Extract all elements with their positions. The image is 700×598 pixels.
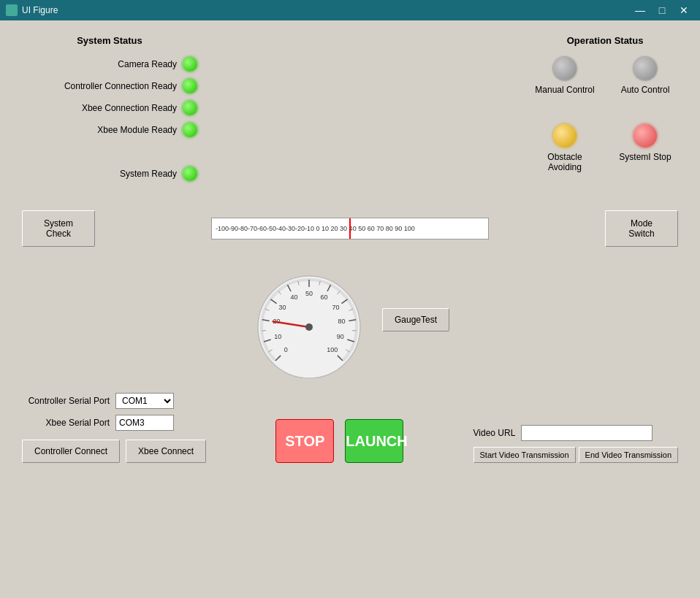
operation-status-panel: Operation Status Manual Control Auto Con…: [532, 35, 678, 188]
video-url-input[interactable]: [521, 425, 653, 441]
controller-connection-label: Controller Connection Ready: [64, 81, 177, 91]
obstacle-avoiding-led: [553, 124, 577, 147]
status-row-controller: Controller Connection Ready: [22, 79, 197, 93]
top-section: System Status Camera Ready Controller Co…: [22, 35, 678, 188]
main-content: System Status Camera Ready Controller Co…: [0, 20, 700, 598]
system-stop-label: SystemI Stop: [619, 152, 671, 162]
system-stop-item: SystemI Stop: [619, 124, 671, 172]
xbee-connection-led: [183, 101, 197, 115]
xbee-port-row: Xbee Serial Port: [22, 415, 206, 431]
gauge-canvas: [251, 261, 368, 378]
controller-connect-button[interactable]: Controller Connect: [22, 440, 120, 463]
manual-control-item: Manual Control: [535, 57, 594, 95]
gauge-test-button[interactable]: GaugeTest: [382, 308, 449, 331]
titlebar: UI Figure — □ ✕: [0, 0, 700, 20]
system-status-panel: System Status Camera Ready Controller Co…: [22, 35, 197, 188]
manual-control-led: [553, 57, 577, 80]
maximize-button[interactable]: □: [652, 0, 672, 20]
status-row-camera: Camera Ready: [22, 57, 197, 72]
video-url-row: Video URL: [473, 425, 653, 441]
gauge-section: GaugeTest: [22, 261, 678, 378]
end-video-button[interactable]: End Video Transmission: [579, 447, 678, 463]
camera-ready-led: [183, 57, 197, 72]
status-row-system: System Ready: [22, 166, 197, 181]
manual-control-label: Manual Control: [535, 85, 594, 95]
video-url-label: Video URL: [473, 428, 516, 438]
serial-section: Controller Serial Port COM1 COM2 COM3 CO…: [22, 393, 206, 463]
system-ready-row: System Ready: [22, 166, 197, 181]
camera-ready-label: Camera Ready: [118, 59, 177, 69]
operation-status-title: Operation Status: [532, 35, 678, 46]
status-row-xbee-conn: Xbee Connection Ready: [22, 101, 197, 115]
video-section: Video URL Start Video Transmission End V…: [473, 425, 679, 463]
start-video-button[interactable]: Start Video Transmission: [473, 447, 576, 463]
obstacle-avoiding-item: Obstacle Avoiding: [532, 124, 598, 172]
controller-port-select[interactable]: COM1 COM2 COM3 COM4 COM5: [115, 393, 174, 409]
stop-button[interactable]: STOP: [275, 419, 334, 463]
controller-port-label: Controller Serial Port: [22, 396, 110, 406]
mode-switch-button[interactable]: Mode Switch: [605, 210, 678, 247]
xbee-connection-label: Xbee Connection Ready: [82, 103, 177, 113]
titlebar-controls: — □ ✕: [630, 0, 694, 20]
gauge-container: [251, 261, 368, 378]
middle-section: System Check -100-90-80-70-60-50-40-30-2…: [22, 210, 678, 247]
xbee-connect-button[interactable]: Xbee Connect: [126, 440, 206, 463]
video-buttons: Start Video Transmission End Video Trans…: [473, 447, 679, 463]
action-buttons: STOP LAUNCH: [275, 419, 403, 463]
xbee-module-label: Xbee Module Ready: [97, 125, 177, 135]
auto-control-led: [634, 57, 657, 80]
launch-button[interactable]: LAUNCH: [345, 419, 403, 463]
status-row-xbee-mod: Xbee Module Ready: [22, 123, 197, 137]
minimize-button[interactable]: —: [630, 0, 650, 20]
system-stop-led: [634, 124, 657, 147]
obstacle-avoiding-label: Obstacle Avoiding: [532, 152, 598, 172]
controller-port-row: Controller Serial Port COM1 COM2 COM3 CO…: [22, 393, 206, 409]
app-icon: [6, 4, 18, 16]
ruler[interactable]: -100-90-80-70-60-50-40-30-20-10 0 10 20 …: [211, 218, 489, 239]
controller-connection-led: [183, 79, 197, 93]
ruler-container: -100-90-80-70-60-50-40-30-20-10 0 10 20 …: [102, 218, 598, 239]
auto-control-item: Auto Control: [621, 57, 670, 95]
xbee-port-input[interactable]: [115, 415, 174, 431]
xbee-module-led: [183, 123, 197, 137]
system-status-title: System Status: [22, 35, 197, 46]
titlebar-left: UI Figure: [6, 4, 58, 16]
system-check-button[interactable]: System Check: [22, 210, 95, 247]
connect-buttons: Controller Connect Xbee Connect: [22, 440, 206, 463]
system-ready-label: System Ready: [120, 169, 177, 179]
bottom-section: Controller Serial Port COM1 COM2 COM3 CO…: [22, 393, 678, 463]
operation-grid: Manual Control Auto Control Obstacle Avo…: [532, 57, 678, 172]
titlebar-title: UI Figure: [22, 5, 58, 15]
auto-control-label: Auto Control: [621, 85, 670, 95]
system-ready-led: [183, 166, 197, 181]
ruler-labels: -100-90-80-70-60-50-40-30-20-10 0 10 20 …: [216, 225, 415, 232]
ruler-needle: [349, 218, 351, 239]
close-button[interactable]: ✕: [674, 0, 694, 20]
xbee-port-label: Xbee Serial Port: [22, 418, 110, 428]
